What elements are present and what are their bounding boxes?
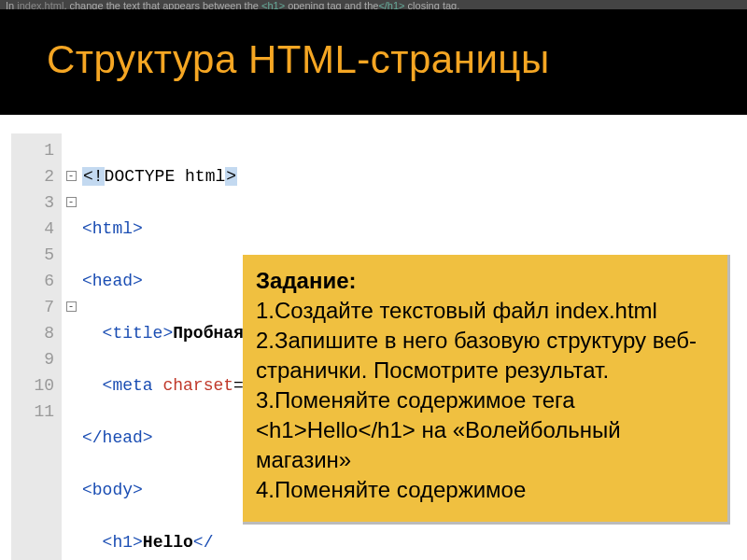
topbar-filename: index.html: [17, 0, 63, 9]
topbar-open-tag: <h1>: [261, 0, 285, 9]
tag-html-open: <html>: [82, 219, 143, 238]
doctype-prefix: <!: [82, 167, 105, 186]
line-number: 10: [15, 372, 54, 399]
line-number: 11: [15, 399, 54, 425]
task-item: 1.Создайте текстовый файл index.html: [256, 296, 714, 326]
tag-body-open: <body>: [82, 481, 143, 499]
topbar-text-mid: , change the text that appears between t…: [63, 0, 261, 9]
top-instruction-bar: In index.html, change the text that appe…: [0, 0, 747, 9]
line-number: 5: [15, 242, 54, 268]
tag-head-close: </head>: [82, 428, 153, 447]
line-number: 2: [15, 163, 54, 189]
topbar-close-tag: </h1>: [378, 0, 404, 9]
task-item: 2.Запишите в него базовую структуру веб-…: [256, 326, 714, 385]
fold-icon[interactable]: -: [66, 171, 77, 181]
tag-title-open: <title>: [103, 324, 174, 343]
slide-content: 1 2 3 4 5 6 7 8 9 10 11 - - - <!DOCTYP: [0, 115, 747, 560]
doctype-suffix: >: [225, 167, 237, 186]
topbar-text-suffix: closing tag.: [405, 0, 460, 9]
code-line: <h1>Hello</: [82, 529, 448, 555]
tag-meta-open: <meta: [103, 376, 163, 395]
line-number-gutter: 1 2 3 4 5 6 7 8 9 10 11: [11, 133, 62, 560]
tag-head-open: <head>: [82, 272, 143, 290]
topbar-text-between: opening tag and the: [285, 0, 378, 9]
code-line: <html>: [82, 216, 448, 242]
task-panel: Задание: 1.Создайте текстовый файл index…: [243, 255, 730, 525]
fold-icon[interactable]: -: [66, 301, 77, 312]
line-number: 1: [15, 137, 54, 163]
fold-column: - - -: [62, 133, 80, 560]
h1-text: Hello: [143, 533, 193, 552]
line-number: 7: [15, 294, 54, 320]
line-number: 6: [15, 268, 54, 294]
doctype-text: DOCTYPE html: [105, 167, 226, 186]
slide-header: Структура HTML-страницы: [0, 9, 747, 115]
fold-icon[interactable]: -: [66, 197, 77, 207]
line-number: 8: [15, 320, 54, 346]
topbar-text-prefix: In: [6, 0, 17, 9]
task-item: 4.Поменяйте содержимое: [256, 475, 714, 505]
task-item: 3.Поменяйте содержимое тега <h1>Hello</h…: [256, 385, 714, 475]
code-line: <!DOCTYPE html>: [82, 163, 448, 189]
page-title: Структура HTML-страницы: [47, 37, 700, 82]
tag-h1-close: </: [193, 533, 214, 552]
line-number: 4: [15, 216, 54, 242]
tag-h1-open: <h1>: [103, 533, 143, 552]
meta-attr: charset: [162, 376, 233, 395]
line-number: 9: [15, 346, 54, 372]
line-number: 3: [15, 189, 54, 216]
task-title: Задание:: [256, 266, 714, 296]
